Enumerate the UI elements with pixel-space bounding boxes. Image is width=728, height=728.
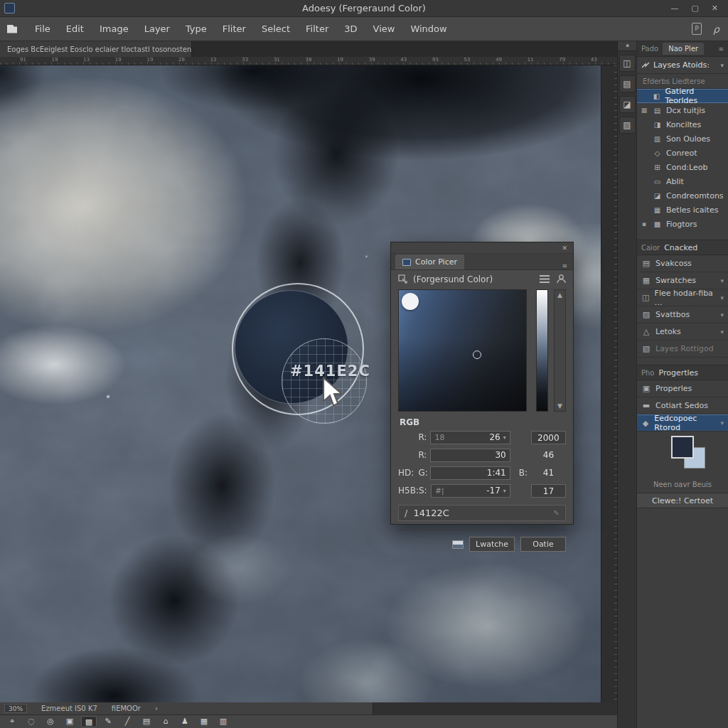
- tool-button[interactable]: ⌂: [158, 716, 173, 727]
- pencil-icon: ✎: [554, 509, 560, 517]
- chevron-down-icon: ▾: [720, 294, 724, 301]
- menu-item[interactable]: Filter: [298, 17, 336, 41]
- foreground-color-swatch[interactable]: [671, 436, 694, 459]
- swatches-button[interactable]: Lwatche: [469, 537, 515, 552]
- color-panel-item[interactable]: ▤ Svakcoss: [637, 255, 728, 272]
- right-channel-value[interactable]: 2000: [531, 431, 566, 444]
- maximize-button[interactable]: ▢: [691, 4, 698, 13]
- panel-item-icon: ◆: [641, 419, 650, 428]
- white-sample-dot: [402, 293, 419, 310]
- panel-menu-icon[interactable]: ≡: [718, 46, 728, 53]
- right-channel-value[interactable]: 17: [531, 484, 566, 498]
- channel-input[interactable]: 18 26 ▾: [430, 431, 510, 444]
- layer-item-label: Gatierd Teorldes: [665, 87, 725, 105]
- layers-list-item[interactable]: ▦ ▤ Dcx tuitjis: [637, 103, 728, 117]
- wrench-icon[interactable]: ρ: [713, 23, 719, 35]
- tab-cnacked[interactable]: Cnacked: [664, 243, 697, 252]
- channel-input[interactable]: 30 ▾: [430, 449, 510, 462]
- tab-nao-pler[interactable]: Nao Pler: [663, 43, 704, 55]
- dialog-close-icon[interactable]: ✕: [562, 245, 567, 252]
- layers-list-item[interactable]: ▪ ▩ Fiogtors: [637, 217, 728, 231]
- dock-panel-icon[interactable]: ▤: [619, 75, 636, 92]
- layers-list-item[interactable]: ◇ Conreot: [637, 146, 728, 160]
- dock-panel-icon[interactable]: ◪: [619, 96, 636, 113]
- dock-tab[interactable]: ▪: [618, 41, 637, 51]
- swatch-caption: Neen oavr Beuis: [637, 478, 728, 491]
- document-tab[interactable]: Eoges BcEeiglest Eosclo eclaier tloctast…: [0, 41, 192, 57]
- tool-button[interactable]: ╱: [119, 716, 135, 727]
- dock-panel-icon[interactable]: ◫: [619, 55, 636, 72]
- tool-button[interactable]: ◎: [43, 716, 58, 727]
- menu-item[interactable]: Window: [402, 17, 454, 41]
- layers-list-item[interactable]: ▥ Son Ouloes: [637, 132, 728, 146]
- tool-button[interactable]: ▦: [196, 716, 212, 727]
- menu-item[interactable]: Select: [254, 17, 298, 41]
- menu-item[interactable]: Edit: [58, 17, 92, 41]
- value-slider[interactable]: [536, 289, 548, 412]
- ruler-number: 39: [369, 57, 375, 63]
- panel-menu-icon[interactable]: ≡: [562, 262, 573, 269]
- channel-label: R:: [418, 432, 430, 442]
- hex-input[interactable]: / 14122C ✎: [398, 505, 566, 521]
- color-panel-item[interactable]: △ Letoks ▾: [637, 323, 728, 341]
- menu-item[interactable]: 3D: [336, 17, 365, 41]
- layers-list-item[interactable]: ◨ Konciltes: [637, 117, 728, 132]
- layers-list-item[interactable]: ⊞ Cond:Leob: [637, 160, 728, 174]
- panel-item-icon: ▬: [641, 401, 651, 410]
- layers-list-item[interactable]: ▦ Betles icaites: [637, 203, 728, 217]
- right-channel-value[interactable]: 46: [531, 450, 566, 460]
- properties-panel-item[interactable]: ▣ Properles: [637, 380, 728, 397]
- done-button[interactable]: Oatie: [520, 537, 566, 552]
- channel-input[interactable]: 1:41 ▾: [430, 466, 510, 480]
- panel-item-label: Flee hodar-fiba …: [655, 289, 717, 307]
- color-panel-item[interactable]: ▦ Swratches ▾: [637, 272, 728, 289]
- tool-button[interactable]: ▣: [62, 716, 77, 727]
- list-icon[interactable]: [540, 275, 550, 283]
- channel-label: S:: [419, 486, 431, 496]
- tool-button[interactable]: ✎: [100, 716, 116, 727]
- flow-arrow-icon: [641, 62, 650, 69]
- layers-list-item[interactable]: ◧ Gatierd Teorldes: [637, 89, 728, 103]
- help-doc-icon[interactable]: P: [692, 23, 702, 35]
- menu-item[interactable]: Image: [92, 17, 136, 41]
- blend-mode-row[interactable]: Layses Atoids: ▾: [637, 57, 728, 74]
- properties-panel-item[interactable]: ▬ Cotiart Sedos: [637, 397, 728, 414]
- color-panel-item[interactable]: ▧ Layes Rottigod: [637, 341, 728, 358]
- zoom-level[interactable]: 30%: [4, 704, 27, 713]
- dialog-title-strip: ✕: [391, 242, 573, 254]
- color-panel-item[interactable]: ◫ Flee hodar-fiba … ▾: [637, 289, 728, 306]
- tool-button[interactable]: ▩: [81, 716, 97, 727]
- tab-caior[interactable]: Caior: [641, 244, 660, 252]
- right-channel-value[interactable]: 41: [531, 468, 566, 478]
- menu-item[interactable]: View: [365, 17, 403, 41]
- close-button[interactable]: ✕: [712, 4, 718, 13]
- properties-panel-item[interactable]: ◆ Eedcopoec Rtorod ▾: [637, 414, 728, 432]
- layers-list-item[interactable]: ▭ Ablit: [637, 174, 728, 188]
- tool-button[interactable]: ▥: [215, 716, 231, 727]
- tool-button[interactable]: ♟: [177, 716, 193, 727]
- panel-item-icon: ▣: [641, 384, 651, 393]
- panel-bottom-button[interactable]: Clewe:! Certoet: [637, 493, 728, 508]
- menu-item[interactable]: Type: [178, 17, 215, 41]
- tool-button[interactable]: ◌: [23, 716, 39, 727]
- tab-pado[interactable]: Pado: [637, 45, 663, 53]
- status-chevron-icon[interactable]: ›: [155, 705, 158, 712]
- minimize-button[interactable]: —: [670, 4, 678, 13]
- saturation-brightness-field[interactable]: [398, 289, 527, 412]
- person-icon[interactable]: [557, 274, 566, 284]
- color-picker-tab[interactable]: Color Picer: [395, 255, 464, 269]
- dock-panel-icon[interactable]: ▨: [619, 117, 636, 134]
- scroll-up-icon[interactable]: ▲: [557, 291, 562, 299]
- scroll-down-icon[interactable]: ▼: [557, 402, 562, 410]
- channel-input[interactable]: #| -17 ▾: [431, 484, 510, 498]
- tool-button[interactable]: ▤: [139, 716, 154, 727]
- layers-list-item[interactable]: ◪ Condreomtons: [637, 188, 728, 203]
- menu-item[interactable]: Fliter: [215, 17, 254, 41]
- menu-item[interactable]: File: [27, 17, 58, 41]
- color-field-marker[interactable]: [473, 350, 481, 359]
- panel-item-label: Svattbos: [655, 310, 690, 319]
- ruler-number: 31: [274, 57, 280, 63]
- color-panel-item[interactable]: ▨ Svattbos ▾: [637, 306, 728, 323]
- tool-button[interactable]: ⌖: [4, 716, 20, 727]
- menu-item[interactable]: Layer: [136, 17, 178, 41]
